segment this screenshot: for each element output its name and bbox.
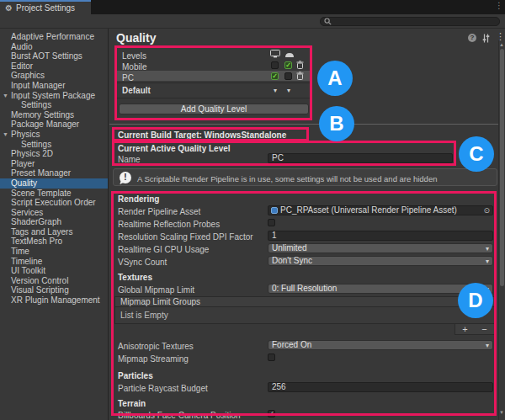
anisotropic-textures-label: Anisotropic Textures	[118, 342, 194, 351]
chevron-down-icon: ▾	[486, 245, 489, 253]
annotation-badge-c: C	[459, 136, 494, 172]
help-icon[interactable]: ?	[468, 34, 476, 42]
sidebar-item-xr-plugin-management[interactable]: XR Plugin Management	[0, 295, 108, 306]
foldout-icon[interactable]: ▼	[3, 130, 8, 140]
resolution-scaling-dpi-field[interactable]: 1	[268, 231, 493, 241]
sidebar-item-audio[interactable]: Audio	[0, 42, 108, 52]
object-picker-icon[interactable]: ⊙	[483, 206, 490, 215]
tab-title: Project Settings	[16, 3, 75, 13]
levels-header-label: Levels	[122, 51, 146, 61]
mipmap-streaming-label: Mipmap Streaming	[118, 354, 189, 364]
sidebar-item-input-manager[interactable]: Input Manager	[0, 81, 108, 91]
render-pipeline-asset-label: Render Pipeline Asset	[118, 207, 200, 216]
chevron-down-icon: ▾	[486, 258, 489, 266]
sidebar-item-shadergraph[interactable]: ShaderGraph	[0, 217, 108, 227]
scrollbar-thumb[interactable]	[500, 49, 504, 286]
sidebar-item-visual-scripting[interactable]: Visual Scripting	[0, 285, 108, 295]
particle-raycast-budget-field[interactable]: 256	[268, 382, 493, 392]
section-divider	[109, 124, 498, 125]
billboards-face-camera-checkbox[interactable]: ✓	[268, 410, 275, 417]
default-quality-label: Default	[122, 86, 151, 95]
divider	[117, 98, 310, 98]
level-row-mobile-label[interactable]: Mobile	[122, 62, 146, 72]
annotation-badge-a: A	[317, 61, 353, 96]
sidebar-item-script-execution-order[interactable]: Script Execution Order	[0, 198, 108, 208]
realtime-gi-cpu-label: Realtime GI CPU Usage	[118, 245, 209, 254]
chevron-down-icon: ▾	[486, 285, 489, 294]
level-mobile-mobile-checkbox[interactable]: ✓	[284, 61, 292, 69]
name-label: Name	[118, 155, 141, 164]
mipmap-streaming-checkbox[interactable]	[268, 354, 275, 361]
sidebar-item-editor[interactable]: Editor	[0, 61, 108, 72]
sidebar-item-physics-settings[interactable]: Settings	[0, 140, 108, 150]
resolution-scaling-dpi-label: Resolution Scaling Fixed DPI Factor	[118, 232, 253, 242]
preset-sliders-icon[interactable]	[481, 34, 491, 43]
terrain-section-title: Terrain	[118, 399, 146, 408]
realtime-reflection-probes-checkbox[interactable]	[268, 219, 275, 226]
global-mipmap-limit-label: Global Mipmap Limit	[118, 285, 194, 295]
add-item-button[interactable]: +	[462, 325, 467, 334]
sidebar-item-time[interactable]: Time	[0, 247, 108, 257]
sidebar-item-preset-manager[interactable]: Preset Manager	[0, 168, 108, 178]
mipmap-limit-groups-header[interactable]: Mipmap Limit Groups	[114, 296, 495, 307]
tab-project-settings[interactable]: ⚙ Project Settings	[0, 0, 91, 14]
trash-icon[interactable]	[296, 61, 304, 69]
sidebar-item-version-control[interactable]: Version Control	[0, 276, 108, 286]
sidebar-item-input-system-package[interactable]: ▼ Input System Package	[0, 91, 108, 101]
sidebar-item-input-system-settings[interactable]: Settings	[0, 100, 108, 110]
quality-name-field[interactable]: PC	[268, 153, 453, 163]
rendering-section-title: Rendering	[118, 194, 159, 204]
textures-section-title: Textures	[118, 273, 152, 282]
sidebar-item-textmesh-pro[interactable]: TextMesh Pro	[0, 237, 108, 247]
mipmap-limit-groups-list: List is Empty	[114, 307, 495, 324]
render-pipeline-asset-field[interactable]: PC_RPAsset (Universal Render Pipeline As…	[268, 205, 493, 215]
sidebar-item-services[interactable]: Services	[0, 208, 108, 218]
level-mobile-desktop-checkbox[interactable]	[271, 61, 279, 69]
global-mipmap-limit-dropdown[interactable]: 0: Full Resolution ▾	[268, 284, 493, 294]
vsync-count-dropdown[interactable]: Don't Sync ▾	[268, 256, 493, 266]
level-row-highlight	[117, 71, 310, 81]
sidebar-item-quality[interactable]: Quality	[0, 178, 108, 189]
scroll-down-icon[interactable]: ▼	[499, 410, 504, 415]
default-mobile-dropdown-icon[interactable]: ▾	[287, 88, 290, 94]
default-desktop-dropdown-icon[interactable]: ▾	[274, 88, 277, 94]
sidebar-item-ui-toolkit[interactable]: UI Toolkit	[0, 266, 108, 276]
settings-sidebar: Adaptive Performance Audio Burst AOT Set…	[0, 29, 109, 420]
foldout-icon[interactable]: ▼	[3, 91, 8, 101]
remove-item-button[interactable]: −	[481, 325, 486, 334]
sidebar-item-memory-settings[interactable]: Memory Settings	[0, 110, 108, 120]
trash-icon[interactable]	[296, 72, 304, 80]
mipmap-limit-groups-footer: + −	[454, 324, 495, 335]
search-input[interactable]	[320, 17, 500, 26]
sidebar-item-timeline[interactable]: Timeline	[0, 257, 108, 267]
sidebar-item-physics-2d[interactable]: Physics 2D	[0, 149, 108, 159]
level-pc-desktop-checkbox[interactable]: ✓	[271, 72, 279, 80]
warning-icon: !	[120, 172, 131, 183]
anisotropic-textures-dropdown[interactable]: Forced On ▾	[268, 340, 493, 350]
scroll-up-icon[interactable]: ▲	[499, 42, 504, 47]
sidebar-item-adaptive-performance[interactable]: Adaptive Performance	[0, 32, 108, 42]
particle-raycast-budget-label: Particle Raycast Budget	[118, 384, 208, 393]
add-quality-level-button[interactable]: Add Quality Level	[119, 104, 309, 114]
divider	[117, 82, 310, 83]
current-active-quality-label: Current Active Quality Level	[118, 144, 231, 153]
sidebar-item-tags-and-layers[interactable]: Tags and Layers	[0, 227, 108, 237]
window-menu-icon[interactable]: ⋮	[495, 2, 503, 10]
level-row-pc-label[interactable]: PC	[122, 73, 134, 82]
current-build-target-label: Current Build Target: WindowsStandalone	[118, 130, 286, 140]
sidebar-item-package-manager[interactable]: Package Manager	[0, 120, 108, 130]
sidebar-item-physics[interactable]: ▼ Physics	[0, 130, 108, 140]
srp-helpbox: ! A Scriptable Render Pipeline is in use…	[113, 168, 497, 186]
sidebar-item-scene-template[interactable]: Scene Template	[0, 189, 108, 199]
sidebar-item-burst-aot-settings[interactable]: Burst AOT Settings	[0, 51, 108, 61]
particles-section-title: Particles	[118, 371, 153, 380]
helpbox-text: A Scriptable Render Pipeline is in use, …	[137, 174, 437, 183]
billboards-face-camera-label: Billboards Face Camera Position	[118, 411, 241, 420]
sidebar-item-graphics[interactable]: Graphics	[0, 71, 108, 81]
realtime-gi-cpu-dropdown[interactable]: Unlimited ▾	[268, 243, 493, 253]
sidebar-item-player[interactable]: Player	[0, 159, 108, 169]
desktop-platform-icon	[270, 50, 280, 58]
search-icon	[324, 18, 332, 25]
level-pc-mobile-checkbox[interactable]	[284, 72, 292, 80]
vsync-count-label: VSync Count	[118, 258, 167, 267]
